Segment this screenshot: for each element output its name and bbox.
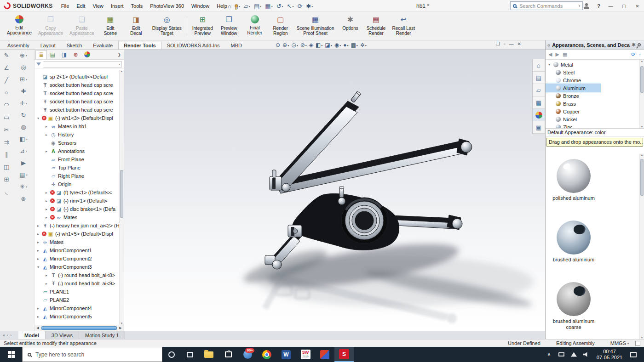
scroll-right-icon[interactable]: ▶ <box>117 325 124 331</box>
tree-horizontal-scrollbar[interactable]: ◀ ▶ <box>34 325 124 331</box>
undo-icon[interactable]: ↺ ▾ <box>275 2 285 11</box>
file-explorer-tab[interactable]: ▱ <box>533 84 545 96</box>
view-palette-tab[interactable]: ▦ <box>533 96 545 109</box>
command-tab[interactable]: SOLIDWORKS Add-Ins <box>161 41 225 49</box>
feature-tree-item[interactable]: ▸ ∞ Mates in hb1 <box>34 122 119 130</box>
expand-arrow-icon[interactable]: ▾ <box>548 62 553 67</box>
solidworks-active-icon[interactable]: S <box>334 347 354 362</box>
chrome-icon[interactable] <box>257 347 276 362</box>
dropdown-arrow-icon[interactable]: ▾ <box>339 44 341 47</box>
library-folder-metal[interactable]: ▾ Metal <box>546 61 644 68</box>
material-item[interactable]: Aluminum <box>546 84 601 92</box>
move-component-icon[interactable]: ✛ ▾ <box>20 99 27 107</box>
status-tag-icon[interactable] <box>635 341 640 346</box>
feature-tree-item[interactable]: ▸ Ŧ (-) round head bolt_ai<8> <box>34 271 119 279</box>
feature-tree-item[interactable]: Ŧ socket button head cap scre <box>34 97 119 106</box>
flyout-arrow-icon[interactable]: ▾ <box>26 135 28 143</box>
bill-of-materials-icon[interactable]: ▤ ▾ <box>19 171 27 179</box>
feature-tree-item[interactable]: ▸ ✕ ◪ (-) disc brake<1> (Defa <box>34 205 119 213</box>
mate-icon[interactable]: ◎ <box>21 63 26 72</box>
edit-decal-button[interactable]: Edit Decal <box>123 12 149 40</box>
fm-tabs-expand-icon[interactable]: ❯ <box>115 52 124 57</box>
close-button[interactable]: ✕ <box>631 0 644 12</box>
dropdown-arrow-icon[interactable]: ▾ <box>331 44 332 47</box>
file-explorer-icon[interactable] <box>199 347 218 362</box>
suspension-arm-3d-model[interactable] <box>124 50 545 331</box>
dropdown-arrow-icon[interactable]: ▾ <box>347 44 348 47</box>
linear-component-pattern-icon[interactable]: ⊞ ▾ <box>20 75 27 84</box>
feature-tree-item[interactable]: ◪ sp 2<1> (Default<<Defaul <box>34 73 119 81</box>
scrollbar-thumb[interactable] <box>120 170 123 218</box>
tab-scroll-icon[interactable]: « <box>3 333 5 338</box>
scrollbar-thumb[interactable] <box>41 326 117 330</box>
options-button[interactable]: Options <box>338 12 363 40</box>
circle-icon[interactable]: ○ <box>5 89 8 97</box>
feature-tree-item[interactable]: ▸ ◭ MirrorComponent4 <box>34 304 119 312</box>
preview-window-button[interactable]: Preview Window <box>216 12 242 40</box>
integrated-preview-button[interactable]: Integrated Preview <box>189 12 216 40</box>
edrawings-icon[interactable] <box>315 347 334 362</box>
previous-view-icon[interactable]: ◶ ▾ <box>291 42 299 48</box>
display-states-target-button[interactable]: Display States Target <box>149 12 185 40</box>
material-item[interactable]: Zinc <box>546 123 644 129</box>
arc-icon[interactable]: ◠ <box>4 101 9 109</box>
expand-arrow-icon[interactable]: ▸ <box>46 133 50 137</box>
appearance-swatch[interactable]: polished aluminum <box>546 159 602 215</box>
view-orientation-icon[interactable]: ◧ ▾ <box>315 42 323 48</box>
material-item[interactable]: Copper <box>546 107 644 115</box>
tab-scroll-icon[interactable]: ‹ <box>7 333 8 338</box>
viewport-restore-icon[interactable]: ▫ <box>504 41 506 46</box>
expand-arrow-icon[interactable]: ▸ <box>37 232 42 236</box>
task-view-button[interactable] <box>181 347 199 362</box>
action-center-icon[interactable] <box>630 352 637 357</box>
schedule-render-button[interactable]: Schedule Render <box>363 12 389 40</box>
appearance-swatch[interactable]: brushed aluminum coarse <box>546 282 602 338</box>
command-tab[interactable]: Render Tools <box>118 41 161 49</box>
feature-tree-item[interactable]: ▸ ✕ ∞ Mates <box>34 213 119 221</box>
solidworks-2019-icon[interactable]: SW 2019 <box>296 347 315 362</box>
edit-appearance-icon[interactable]: ● ▾ <box>343 42 349 48</box>
new-document-icon[interactable]: ▯ ▾ <box>234 2 242 11</box>
linear-sketch-pattern-icon[interactable]: ⊞ <box>4 175 9 184</box>
zoom-to-fit-icon[interactable]: ⊙ <box>275 42 281 48</box>
menu-item[interactable]: Tools <box>127 1 147 11</box>
solidworks-resources-tab[interactable]: ⌂ <box>533 59 545 72</box>
feature-tree-item[interactable]: ▸ ✕ ◪ (f) tyre<1> (Default<< <box>34 188 119 197</box>
show-hidden-components-icon[interactable]: ◍ <box>21 123 26 131</box>
dropdown-arrow-icon[interactable]: ▾ <box>288 44 289 47</box>
command-tab[interactable]: Evaluate <box>87 41 118 49</box>
edit-scene-button[interactable]: Edit Scene <box>98 12 123 40</box>
expand-arrow-icon[interactable]: ▸ <box>37 224 42 228</box>
status-field[interactable]: Under Defined <box>508 340 540 346</box>
expand-arrow-icon[interactable]: ▸ <box>37 315 42 319</box>
feature-tree-item[interactable]: Ŧ socket button head cap scre <box>34 89 119 97</box>
viewport-cascade-icon[interactable]: ❐ <box>496 41 500 46</box>
menu-item[interactable]: File <box>58 1 73 11</box>
account-icon[interactable] <box>583 3 590 9</box>
dropdown-arrow-icon[interactable]: ▾ <box>365 44 367 47</box>
feature-tree-item[interactable]: ▱ Front Plane <box>34 155 119 164</box>
expand-arrow-icon[interactable]: ▾ <box>37 116 42 120</box>
feature-tree-item[interactable]: ▸ ◷ History <box>34 130 119 139</box>
displaymanager-tab[interactable] <box>81 50 93 59</box>
home-icon[interactable]: ⌂ <box>226 2 233 11</box>
help-icon[interactable]: ? <box>593 3 604 9</box>
dropdown-arrow-icon[interactable]: ▾ <box>356 44 358 47</box>
scroll-up-icon[interactable]: ▲ <box>640 153 644 156</box>
copy-appearance-button[interactable]: Copy Appearance <box>35 12 66 40</box>
feature-tree-item[interactable]: ▸ ◭ MirrorComponent2 <box>34 255 119 263</box>
scene-illumination-proof-sheet-button[interactable]: Scene Illumination Proof Sheet <box>293 12 338 40</box>
feature-tree-item[interactable]: ▾ ✕ ▣ (-) wh1<3> (Default<Displ <box>34 114 119 122</box>
ribbon-separator[interactable] <box>187 16 187 36</box>
status-field[interactable]: MMGS ▾ <box>610 340 629 346</box>
dropdown-arrow-icon[interactable]: ▾ <box>321 44 322 47</box>
rectangle-icon[interactable]: ▭ <box>4 113 9 122</box>
feature-tree-item[interactable]: ▸ Ŧ (-) heavy hex jam nut_ai<2> (H <box>34 221 119 230</box>
save-icon[interactable]: ▤ ▾ <box>253 2 263 11</box>
home-folder-icon[interactable]: ▦ <box>563 51 567 57</box>
document-tab[interactable]: 3D Views <box>46 331 79 339</box>
line-icon[interactable]: ╱ <box>5 76 8 85</box>
tab-scroll-icon[interactable]: › <box>10 333 12 338</box>
expand-arrow-icon[interactable]: ▸ <box>37 257 42 261</box>
view-settings-icon[interactable]: ✲ ▾ <box>360 42 367 48</box>
